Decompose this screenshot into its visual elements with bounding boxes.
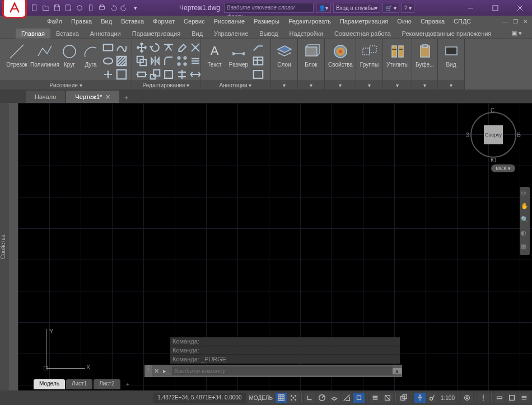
- status-grid-icon[interactable]: [276, 393, 287, 403]
- circle-button[interactable]: Круг: [59, 41, 80, 79]
- status-transparency-icon[interactable]: [382, 393, 393, 403]
- lengthen-icon[interactable]: [162, 68, 175, 81]
- new-icon[interactable]: [30, 3, 40, 13]
- maximize-button[interactable]: [483, 0, 507, 16]
- menu-format[interactable]: Формат: [148, 17, 179, 26]
- mdi-minimize[interactable]: —: [501, 17, 510, 25]
- polyline-button[interactable]: Полилиния: [31, 41, 58, 79]
- zoom-icon[interactable]: 🔍: [521, 216, 529, 226]
- status-annomonitor-icon[interactable]: [478, 393, 489, 403]
- dimension-button[interactable]: Размер: [226, 41, 251, 79]
- exchange-icon[interactable]: 🛒 ▾: [382, 3, 399, 13]
- panel-clipboard-title[interactable]: ▾: [412, 81, 437, 90]
- showmotion-icon[interactable]: ▦: [521, 243, 529, 253]
- tab-output[interactable]: Вывод: [254, 29, 283, 39]
- saveas-icon[interactable]: [63, 3, 73, 13]
- layout-model[interactable]: Модель: [34, 379, 65, 389]
- redo-icon[interactable]: [119, 3, 129, 13]
- move-icon[interactable]: [136, 41, 148, 54]
- tab-addins[interactable]: Надстройки: [284, 29, 329, 39]
- arc-button[interactable]: Дуга: [81, 41, 101, 79]
- status-coordinates[interactable]: 1.4872E+34, 5.4871E+34, 0.0000: [153, 393, 246, 403]
- viewcube-top[interactable]: Сверху: [484, 125, 503, 144]
- layout-sheet1[interactable]: Лист1: [66, 379, 92, 389]
- status-cycling-icon[interactable]: [398, 393, 409, 403]
- save-icon[interactable]: [52, 3, 62, 13]
- status-polar-icon[interactable]: [316, 393, 328, 403]
- cmdline-close-icon[interactable]: ✕: [152, 368, 161, 375]
- menu-parametric[interactable]: Параметризация: [335, 17, 393, 26]
- panel-view-title[interactable]: ▾: [438, 81, 464, 90]
- spline-icon[interactable]: [115, 41, 128, 54]
- table-icon[interactable]: [252, 55, 264, 67]
- tab-parametric[interactable]: Параметризация: [127, 29, 186, 39]
- status-isodraft-icon[interactable]: [329, 393, 340, 403]
- align-icon[interactable]: [176, 68, 188, 81]
- status-otrack-icon[interactable]: [341, 393, 352, 403]
- pan-icon[interactable]: ✋: [521, 202, 529, 213]
- menu-insert[interactable]: Вставка: [116, 17, 148, 26]
- tab-insert[interactable]: Вставка: [50, 29, 85, 39]
- point-icon[interactable]: [102, 68, 114, 81]
- menu-window[interactable]: Окно: [393, 17, 416, 26]
- view-button[interactable]: Вид: [441, 41, 461, 79]
- lengthen2-icon[interactable]: [189, 68, 202, 81]
- menu-view[interactable]: Вид: [96, 17, 116, 26]
- panel-annot-title[interactable]: Аннотации ▾: [200, 81, 270, 90]
- web-icon[interactable]: [74, 3, 85, 13]
- leader-icon[interactable]: [252, 41, 264, 54]
- menu-draw[interactable]: Рисование: [209, 17, 249, 26]
- status-units-icon[interactable]: [494, 393, 505, 403]
- plot-icon[interactable]: [97, 3, 107, 13]
- status-annoscale-icon[interactable]: [414, 393, 426, 403]
- clipboard-button[interactable]: Буфе...: [416, 41, 434, 79]
- minimize-button[interactable]: [458, 0, 483, 16]
- rotate-icon[interactable]: [149, 41, 161, 54]
- properties-button[interactable]: Свойства: [328, 41, 353, 79]
- text-button[interactable]: AТекст: [204, 41, 225, 79]
- layout-sheet2[interactable]: Лист2: [94, 379, 120, 389]
- copy-icon[interactable]: [136, 55, 148, 67]
- panel-modify-title[interactable]: Редактирование ▾: [132, 81, 200, 90]
- erase-icon[interactable]: [176, 41, 188, 54]
- qat-more-icon[interactable]: ▾: [130, 3, 141, 13]
- rectangle-icon[interactable]: [102, 41, 114, 54]
- scale-icon[interactable]: [149, 68, 161, 81]
- help-icon[interactable]: ? ▾: [402, 3, 414, 13]
- status-ortho-icon[interactable]: [304, 393, 315, 403]
- utilities-button[interactable]: Утилиты: [386, 41, 409, 79]
- mobile-icon[interactable]: [86, 3, 96, 13]
- undo-icon[interactable]: [108, 3, 118, 13]
- tab-collaborate[interactable]: Совместная работа: [329, 29, 396, 39]
- trim-icon[interactable]: [162, 41, 175, 54]
- menu-help[interactable]: Справка: [416, 17, 449, 26]
- doctab-add[interactable]: ＋: [120, 92, 132, 103]
- tab-view[interactable]: Вид: [186, 29, 208, 39]
- status-model[interactable]: МОДЕЛЬ: [248, 393, 274, 403]
- block-button[interactable]: Блок: [301, 41, 321, 79]
- region-icon[interactable]: [115, 68, 128, 81]
- layers-button[interactable]: Слои: [274, 41, 294, 79]
- orbit-icon[interactable]: ◐: [521, 229, 529, 239]
- panel-draw-title[interactable]: Рисование ▾: [0, 81, 132, 90]
- tab-featured[interactable]: Рекомендованные приложения: [396, 29, 497, 39]
- app-menu-button[interactable]: [2, 0, 27, 18]
- line-button[interactable]: Отрезок: [3, 41, 30, 79]
- layout-add[interactable]: ＋: [122, 379, 134, 389]
- panel-utils-title[interactable]: ▾: [383, 81, 412, 90]
- search-input[interactable]: Введите ключевое слово/фразу: [224, 3, 314, 13]
- panel-groups-title[interactable]: ▾: [356, 81, 382, 90]
- menu-file[interactable]: Файл: [43, 17, 67, 26]
- wcs-selector[interactable]: МСК ▾: [491, 164, 515, 172]
- stretch-icon[interactable]: [136, 68, 148, 81]
- cmdline-handle[interactable]: ⋮: [145, 365, 152, 376]
- groups-button[interactable]: Группы: [360, 41, 379, 79]
- drawing-canvas[interactable]: YX Сверху С В Ю З МСК ▾ ◎ ✋ 🔍 ◐ ▦ Команд…: [18, 103, 532, 390]
- doctab-close-icon[interactable]: ✕: [105, 93, 110, 101]
- mirror-icon[interactable]: [149, 55, 161, 67]
- viewcube[interactable]: Сверху С В Ю З: [468, 110, 519, 160]
- user-icon[interactable]: 👤▾: [316, 3, 331, 13]
- menu-edit[interactable]: Правка: [67, 17, 96, 26]
- open-icon[interactable]: [41, 3, 51, 13]
- fillet-icon[interactable]: [162, 55, 175, 67]
